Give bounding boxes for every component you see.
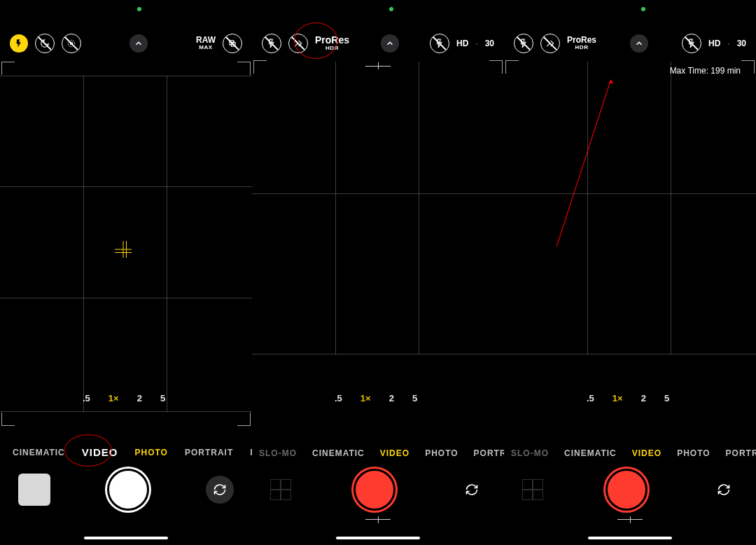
flash-icon[interactable]	[10, 34, 28, 53]
shutter-button[interactable]	[105, 467, 151, 513]
zoom-option[interactable]: 2	[641, 393, 646, 403]
fps-toggle[interactable]: 30	[485, 39, 494, 48]
mode-portrait[interactable]: PORTRAIT	[474, 448, 504, 458]
zoom-selector[interactable]: .5 1× 2 5	[83, 393, 165, 403]
zoom-selector[interactable]: .5 1× 2 5	[335, 393, 417, 403]
raw-sublabel: MAX	[199, 45, 212, 51]
photographic-styles-icon[interactable]	[223, 34, 242, 53]
prores-toggle[interactable]: ProRes HDR	[567, 36, 596, 51]
photo-library-thumbnail[interactable]	[18, 474, 50, 506]
top-toolbar: RAW MAX	[0, 31, 252, 56]
viewfinder-top-edge	[0, 76, 252, 76]
bottom-controls	[504, 462, 756, 517]
zoom-option[interactable]: 5	[412, 393, 417, 403]
mode-photo[interactable]: PHOTO	[134, 448, 167, 457]
svg-point-0	[70, 42, 73, 45]
resolution-toggle[interactable]: HD	[708, 39, 720, 48]
mode-video[interactable]: VIDEO	[380, 448, 410, 458]
frame-corner	[237, 62, 251, 75]
svg-point-1	[68, 40, 74, 46]
zoom-option[interactable]: 2	[389, 393, 394, 403]
zoom-option[interactable]: 5	[664, 393, 669, 403]
resolution-toggle[interactable]: HD	[456, 39, 468, 48]
mode-slomo[interactable]: SLO-MO	[259, 448, 297, 458]
top-toolbar: ProRes HDR HD · 30	[252, 31, 504, 56]
privacy-indicator-dot	[389, 7, 393, 11]
prores-sublabel: HDR	[575, 45, 589, 51]
annotation-arrowhead: ▲	[608, 77, 615, 85]
viewfinder-bottom-edge	[0, 411, 252, 412]
record-button[interactable]	[351, 467, 398, 513]
mode-slomo[interactable]: SLO-MO	[511, 448, 549, 458]
privacy-indicator-dot	[641, 7, 645, 11]
filters-icon[interactable]	[270, 479, 291, 500]
level-indicator-bottom	[365, 519, 391, 520]
action-mode-icon[interactable]	[540, 34, 560, 53]
filters-icon[interactable]	[522, 479, 543, 500]
zoom-option-selected[interactable]: 1×	[360, 393, 371, 403]
mode-selector[interactable]: SLO-MO CINEMATIC VIDEO PHOTO PORTRAIT PA…	[252, 448, 504, 458]
home-indicator[interactable]	[588, 537, 672, 539]
mode-portrait[interactable]: PORTRAIT	[726, 448, 756, 458]
zoom-option[interactable]: .5	[83, 393, 90, 403]
camera-flip-button[interactable]	[710, 476, 738, 504]
max-time-label: Max Time: 199 min	[670, 66, 741, 76]
zoom-selector[interactable]: .5 1× 2 5	[587, 393, 669, 403]
fps-toggle[interactable]: 30	[737, 39, 746, 48]
home-indicator[interactable]	[84, 537, 168, 539]
mode-photo[interactable]: PHOTO	[677, 448, 710, 458]
chevron-up-icon[interactable]	[630, 34, 648, 53]
mode-selector[interactable]: SLO-MO CINEMATIC VIDEO PHOTO PORTRAIT	[504, 448, 756, 458]
annotation-circle-video	[64, 434, 112, 467]
privacy-indicator-dot	[137, 7, 141, 11]
composition-grid	[252, 62, 504, 354]
night-mode-icon[interactable]	[35, 34, 55, 53]
flash-icon-right[interactable]	[430, 34, 449, 53]
zoom-option[interactable]: .5	[335, 393, 342, 403]
separator-dot: ·	[475, 39, 477, 48]
annotation-circle-prores	[294, 22, 337, 59]
chevron-up-icon[interactable]	[381, 34, 399, 53]
zoom-option-selected[interactable]: 1×	[108, 393, 119, 403]
flash-icon[interactable]	[514, 34, 533, 53]
separator-dot: ·	[727, 39, 729, 48]
composition-grid	[504, 62, 756, 354]
mode-video[interactable]: VIDEO	[632, 448, 662, 458]
mode-cinematic[interactable]: CINEMATIC	[312, 448, 365, 458]
zoom-option[interactable]: 2	[137, 393, 142, 403]
top-toolbar: ProRes HDR HD · 30	[504, 31, 756, 56]
flash-icon-right[interactable]	[682, 34, 701, 53]
level-indicator-bottom	[617, 519, 643, 520]
camera-flip-button[interactable]	[458, 476, 486, 504]
frame-corner	[1, 413, 15, 426]
record-button[interactable]	[603, 467, 650, 513]
home-indicator[interactable]	[336, 537, 420, 539]
camera-flip-button[interactable]	[206, 476, 234, 504]
frame-corner	[237, 413, 251, 426]
zoom-option[interactable]: .5	[587, 393, 594, 403]
mode-cinematic[interactable]: CINEMATIC	[13, 448, 65, 457]
zoom-option[interactable]: 5	[160, 393, 165, 403]
live-photo-icon[interactable]	[62, 34, 81, 53]
level-indicator	[365, 66, 391, 67]
mode-selector[interactable]: CINEMATIC VIDEO PHOTO PORTRAIT PANO	[0, 446, 252, 458]
bottom-controls	[252, 462, 504, 517]
mode-cinematic[interactable]: CINEMATIC	[564, 448, 617, 458]
mode-portrait[interactable]: PORTRAIT	[185, 448, 233, 457]
raw-toggle[interactable]: RAW MAX	[196, 36, 216, 51]
chevron-up-icon[interactable]	[130, 34, 148, 53]
zoom-option-selected[interactable]: 1×	[612, 393, 623, 403]
flash-icon[interactable]	[262, 34, 281, 53]
frame-corner	[1, 62, 15, 75]
focus-crosshair	[115, 241, 132, 258]
mode-photo[interactable]: PHOTO	[425, 448, 458, 458]
bottom-controls	[0, 462, 252, 517]
